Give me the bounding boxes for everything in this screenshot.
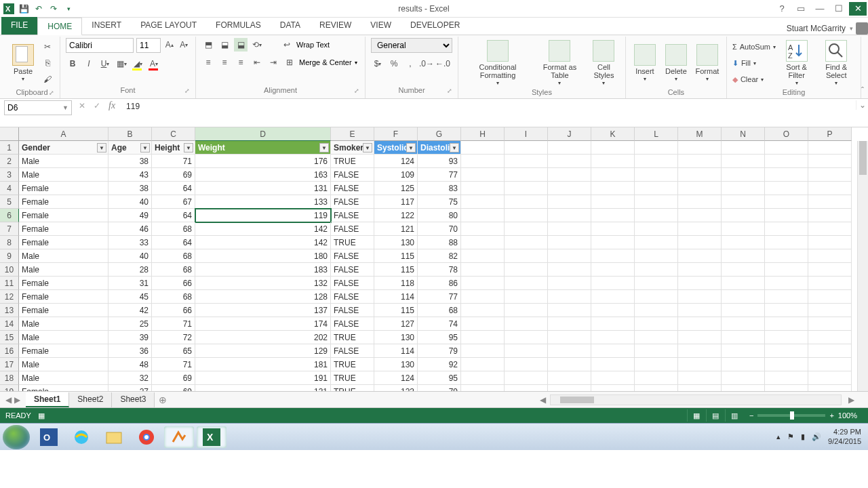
cell[interactable] bbox=[635, 182, 678, 195]
horizontal-scrollbar[interactable] bbox=[550, 394, 842, 405]
cell[interactable]: 142 bbox=[195, 222, 331, 236]
cell[interactable]: Male bbox=[19, 317, 108, 331]
cell[interactable] bbox=[635, 358, 678, 371]
cell[interactable]: 142 bbox=[195, 236, 331, 249]
cell[interactable]: 69 bbox=[152, 168, 195, 182]
cell[interactable]: 40 bbox=[108, 195, 152, 209]
cell[interactable] bbox=[722, 385, 765, 392]
cell[interactable] bbox=[591, 222, 635, 236]
column-header[interactable]: E bbox=[331, 127, 374, 141]
cell[interactable]: 69 bbox=[152, 371, 195, 385]
sheet-nav-prev-icon[interactable]: ◀ bbox=[5, 395, 12, 405]
cell[interactable] bbox=[591, 331, 635, 344]
start-button[interactable] bbox=[3, 425, 30, 449]
row-header[interactable]: 4 bbox=[0, 182, 19, 195]
cell[interactable] bbox=[548, 222, 591, 236]
cell[interactable]: Male bbox=[19, 358, 108, 371]
cell[interactable]: 66 bbox=[152, 277, 195, 290]
cell[interactable] bbox=[548, 371, 591, 385]
column-header[interactable]: B bbox=[108, 127, 152, 141]
cell[interactable]: 79 bbox=[418, 344, 461, 358]
cell[interactable]: 129 bbox=[195, 344, 331, 358]
cell[interactable] bbox=[678, 331, 722, 344]
select-all-corner[interactable] bbox=[0, 127, 19, 141]
cell[interactable] bbox=[635, 209, 678, 222]
cell[interactable] bbox=[505, 304, 548, 317]
cell[interactable] bbox=[678, 277, 722, 290]
align-bottom-icon[interactable]: ⬓ bbox=[234, 38, 248, 52]
cell[interactable] bbox=[722, 182, 765, 195]
row-header[interactable]: 5 bbox=[0, 195, 19, 209]
cell[interactable]: 74 bbox=[418, 317, 461, 331]
normal-view-icon[interactable]: ▦ bbox=[687, 409, 706, 422]
tab-developer[interactable]: DEVELOPER bbox=[401, 17, 469, 35]
cell[interactable] bbox=[808, 182, 852, 195]
cell[interactable]: 95 bbox=[418, 331, 461, 344]
cell[interactable] bbox=[678, 195, 722, 209]
row-header[interactable]: 12 bbox=[0, 290, 19, 304]
dialog-launcher-icon[interactable]: ⤢ bbox=[184, 87, 190, 94]
filter-dropdown-icon[interactable]: ▼ bbox=[406, 143, 416, 152]
cell[interactable] bbox=[722, 304, 765, 317]
orientation-icon[interactable]: ⟲▾ bbox=[250, 38, 264, 52]
cell[interactable] bbox=[765, 141, 808, 155]
macro-record-icon[interactable]: ▦ bbox=[38, 411, 45, 420]
cell[interactable] bbox=[548, 290, 591, 304]
cell[interactable] bbox=[678, 249, 722, 263]
cell[interactable]: FALSE bbox=[331, 249, 374, 263]
percent-icon[interactable]: % bbox=[387, 57, 401, 70]
column-header[interactable]: O bbox=[765, 127, 808, 141]
cell[interactable]: 64 bbox=[152, 209, 195, 222]
cell[interactable] bbox=[461, 168, 505, 182]
bold-button[interactable]: B bbox=[66, 57, 79, 70]
expand-formula-bar-icon[interactable]: ⌄ bbox=[856, 100, 868, 110]
cell[interactable] bbox=[635, 155, 678, 168]
cell[interactable] bbox=[591, 141, 635, 155]
cell[interactable]: 68 bbox=[418, 304, 461, 317]
cell[interactable]: 163 bbox=[195, 168, 331, 182]
column-header[interactable]: D bbox=[195, 127, 331, 141]
cell[interactable] bbox=[591, 195, 635, 209]
cell[interactable] bbox=[461, 290, 505, 304]
collapse-ribbon-icon[interactable]: ˆ bbox=[861, 37, 864, 98]
cell[interactable] bbox=[765, 263, 808, 277]
cell[interactable]: 123 bbox=[374, 385, 418, 392]
cell[interactable] bbox=[591, 371, 635, 385]
cell[interactable] bbox=[635, 263, 678, 277]
cell[interactable]: 68 bbox=[152, 290, 195, 304]
cell[interactable] bbox=[765, 168, 808, 182]
cell[interactable] bbox=[591, 290, 635, 304]
column-header[interactable]: G bbox=[418, 127, 461, 141]
page-break-view-icon[interactable]: ▥ bbox=[725, 409, 744, 422]
cell[interactable]: 180 bbox=[195, 249, 331, 263]
cell[interactable] bbox=[505, 263, 548, 277]
cell[interactable] bbox=[678, 236, 722, 249]
table-header-cell[interactable]: Weight▼ bbox=[195, 141, 331, 155]
cell[interactable]: 174 bbox=[195, 317, 331, 331]
zoom-out-icon[interactable]: − bbox=[749, 411, 753, 420]
cell[interactable] bbox=[548, 304, 591, 317]
decrease-indent-icon[interactable]: ⇤ bbox=[250, 56, 264, 69]
cell[interactable] bbox=[505, 371, 548, 385]
cell[interactable] bbox=[722, 222, 765, 236]
cell[interactable] bbox=[505, 222, 548, 236]
add-sheet-icon[interactable]: ⊕ bbox=[155, 394, 171, 405]
cell[interactable] bbox=[461, 371, 505, 385]
font-name-input[interactable] bbox=[66, 38, 134, 53]
cell[interactable] bbox=[548, 168, 591, 182]
cell[interactable] bbox=[548, 317, 591, 331]
cell[interactable]: 109 bbox=[374, 168, 418, 182]
cell[interactable]: 181 bbox=[195, 358, 331, 371]
cell[interactable]: 64 bbox=[152, 182, 195, 195]
cell[interactable] bbox=[461, 331, 505, 344]
cell[interactable]: TRUE bbox=[331, 385, 374, 392]
row-header[interactable]: 6 bbox=[0, 209, 19, 222]
border-icon[interactable]: ▦▾ bbox=[115, 57, 128, 70]
cell[interactable] bbox=[548, 358, 591, 371]
cell[interactable] bbox=[635, 304, 678, 317]
cell[interactable]: 119 bbox=[195, 209, 331, 222]
cell[interactable] bbox=[722, 236, 765, 249]
cell[interactable]: 191 bbox=[195, 371, 331, 385]
close-icon[interactable]: ✕ bbox=[849, 2, 867, 16]
tab-insert[interactable]: INSERT bbox=[82, 17, 131, 35]
